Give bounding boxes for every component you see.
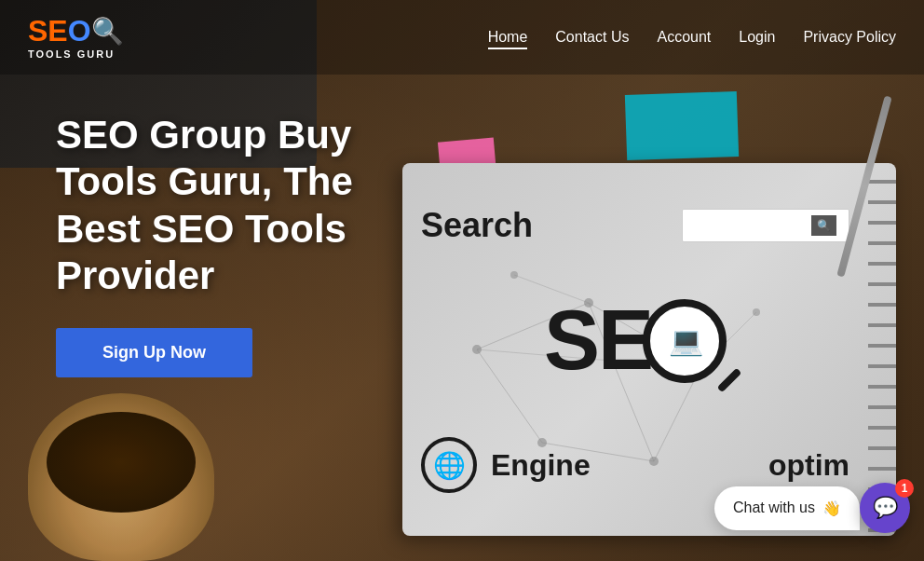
magnifier-laptop-icon: 💻 xyxy=(669,324,701,357)
logo[interactable]: SEO 🔍 TOOLS GURU xyxy=(28,16,124,60)
chat-wave-icon: 👋 xyxy=(822,499,841,517)
globe-icon: 🌐 xyxy=(421,437,477,493)
chat-icon: 💬 xyxy=(873,496,898,520)
seo-magnifier-icon: 💻 xyxy=(643,299,727,383)
notebook-search-input[interactable] xyxy=(692,218,804,232)
coffee-cup-decoration xyxy=(28,393,214,561)
hero-title: SEO Group Buy Tools Guru, The Best SEO T… xyxy=(56,112,447,300)
nav-item-home[interactable]: Home xyxy=(488,29,528,46)
notebook-seo-display: SE 💻 xyxy=(544,293,727,389)
chat-bubble[interactable]: Chat with us 👋 xyxy=(714,486,860,530)
nav-item-account[interactable]: Account xyxy=(657,29,711,46)
optim-label: optim xyxy=(768,448,849,483)
signup-button[interactable]: Sign Up Now xyxy=(56,328,252,377)
chat-avatar-button[interactable]: 💬 1 xyxy=(860,483,910,533)
nav-link-login[interactable]: Login xyxy=(739,29,775,45)
logo-subtitle: TOOLS GURU xyxy=(28,48,115,60)
logo-text: SEO xyxy=(28,16,91,46)
nav-link-account[interactable]: Account xyxy=(657,29,711,45)
notebook-search-row: Search 🔍 xyxy=(421,206,849,245)
chat-badge: 1 xyxy=(895,479,914,498)
notebook-content: Search 🔍 SE 💻 🌐 Engine optim xyxy=(402,163,896,536)
nav-item-contact[interactable]: Contact Us xyxy=(555,29,629,46)
nav-link-contact[interactable]: Contact Us xyxy=(555,29,629,45)
main-nav: Home Contact Us Account Login Privacy Po… xyxy=(488,29,896,46)
nav-link-privacy[interactable]: Privacy Policy xyxy=(803,29,896,45)
nav-links: Home Contact Us Account Login Privacy Po… xyxy=(488,29,896,46)
hero-content: SEO Group Buy Tools Guru, The Best SEO T… xyxy=(56,112,447,377)
header: SEO 🔍 TOOLS GURU Home Contact Us Account… xyxy=(0,0,924,75)
seo-notebook: Search 🔍 SE 💻 🌐 Engine optim xyxy=(402,163,896,536)
logo-search-icon: 🔍 xyxy=(91,16,124,47)
seo-letters: SE xyxy=(544,293,652,389)
nav-link-home[interactable]: Home xyxy=(488,29,528,49)
nav-item-privacy[interactable]: Privacy Policy xyxy=(803,29,896,46)
notebook-search-button[interactable]: 🔍 xyxy=(811,215,836,236)
chat-widget: Chat with us 👋 💬 1 xyxy=(714,483,910,533)
chat-label: Chat with us xyxy=(733,499,815,516)
sticky-note-blue xyxy=(625,91,739,160)
notebook-search-box[interactable]: 🔍 xyxy=(682,209,849,242)
nav-item-login[interactable]: Login xyxy=(739,29,775,46)
engine-label: Engine xyxy=(491,448,591,483)
